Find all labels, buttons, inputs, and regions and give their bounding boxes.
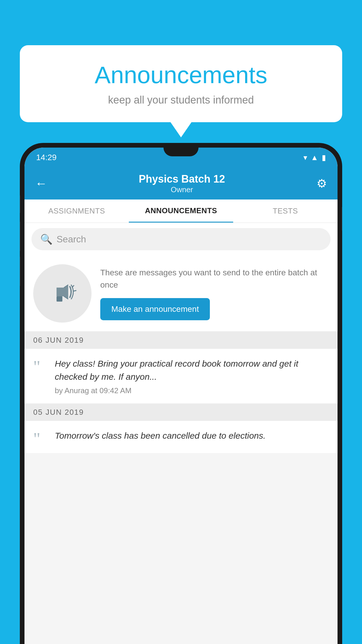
back-button[interactable]: ← <box>35 176 47 190</box>
speech-bubble: Announcements keep all your students inf… <box>20 45 342 122</box>
promo-description: These are messages you want to send to t… <box>100 267 329 291</box>
status-bar: 14:29 ▾ ▲ ▮ <box>24 148 338 167</box>
topbar-title-area: Physics Batch 12 Owner <box>139 173 225 194</box>
topbar-title: Physics Batch 12 <box>139 173 225 185</box>
phone-screen: 14:29 ▾ ▲ ▮ ← Physics Batch 12 Owner ⚙ A… <box>24 148 338 644</box>
tabs-bar: ASSIGNMENTS ANNOUNCEMENTS TESTS <box>24 200 338 223</box>
announcement-item-2[interactable]: " Tomorrow's class has been cancelled du… <box>24 421 338 454</box>
bubble-title: Announcements <box>37 61 325 89</box>
promo-text-area: These are messages you want to send to t… <box>100 267 329 320</box>
announcement-text-area-1: Hey class! Bring your practical record b… <box>55 357 329 395</box>
volume-up-button <box>20 222 20 251</box>
announcement-text-2: Tomorrow's class has been cancelled due … <box>55 429 329 442</box>
notch <box>164 148 198 156</box>
promo-icon-circle <box>33 264 92 323</box>
date-separator-2: 05 JUN 2019 <box>24 404 338 421</box>
search-placeholder: Search <box>57 234 86 245</box>
top-bar: ← Physics Batch 12 Owner ⚙ <box>24 167 338 200</box>
signal-icon: ▲ <box>311 153 318 162</box>
tab-announcements[interactable]: ANNOUNCEMENTS <box>129 200 233 223</box>
announcement-promo: These are messages you want to send to t… <box>24 256 338 332</box>
svg-rect-0 <box>57 296 62 302</box>
status-icons: ▾ ▲ ▮ <box>303 153 326 162</box>
volume-button-right <box>342 207 342 230</box>
tab-tests[interactable]: TESTS <box>233 200 338 223</box>
tab-assignments[interactable]: ASSIGNMENTS <box>24 200 129 223</box>
phone-frame: 14:29 ▾ ▲ ▮ ← Physics Batch 12 Owner ⚙ A… <box>20 143 342 644</box>
wifi-icon: ▾ <box>303 153 307 162</box>
bubble-subtitle: keep all your students informed <box>37 94 325 106</box>
quote-icon-2: " <box>33 429 48 445</box>
announcement-meta-1: by Anurag at 09:42 AM <box>55 386 329 395</box>
quote-icon-1: " <box>33 357 48 373</box>
announcement-item-1[interactable]: " Hey class! Bring your practical record… <box>24 349 338 404</box>
date-separator-1: 06 JUN 2019 <box>24 332 338 349</box>
power-button <box>20 195 20 213</box>
svg-line-4 <box>73 290 76 291</box>
status-time: 14:29 <box>36 153 57 162</box>
search-input-wrapper[interactable]: 🔍 Search <box>31 228 331 250</box>
announcement-text-1: Hey class! Bring your practical record b… <box>55 357 329 383</box>
topbar-subtitle: Owner <box>139 185 225 194</box>
battery-icon: ▮ <box>322 153 326 162</box>
search-bar: 🔍 Search <box>24 223 338 256</box>
make-announcement-button[interactable]: Make an announcement <box>100 298 210 320</box>
settings-icon[interactable]: ⚙ <box>317 177 327 190</box>
search-icon: 🔍 <box>40 233 52 245</box>
announcement-text-area-2: Tomorrow's class has been cancelled due … <box>55 429 329 445</box>
megaphone-icon <box>48 279 77 308</box>
speech-bubble-container: Announcements keep all your students inf… <box>20 45 342 122</box>
volume-down-button <box>20 257 20 286</box>
